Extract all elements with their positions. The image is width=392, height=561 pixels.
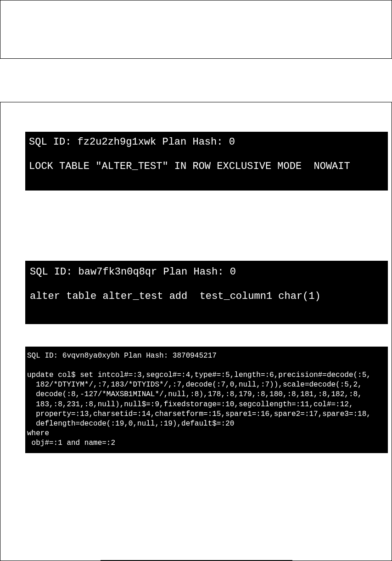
terminal-3-line-1: SQL ID: 6vqvn8ya0xybh Plan Hash: 3870945… xyxy=(27,352,217,360)
terminal-3-line-6: property=:13,charsetid=:14,charsetform=:… xyxy=(27,410,371,418)
terminal-1-line-1: SQL ID: fz2u2zh9g1xwk Plan Hash: 0 xyxy=(29,136,235,148)
terminal-3-line-4: decode(:8,-127/*MAXSB1MINAL*/,null,:8),1… xyxy=(27,390,362,398)
terminal-2-line-2: alter table alter_test add test_column1 … xyxy=(30,291,321,302)
terminal-3-line-8: where xyxy=(27,429,49,438)
top-empty-box xyxy=(0,0,392,59)
main-content-box: SQL ID: fz2u2zh9g1xwk Plan Hash: 0 LOCK … xyxy=(0,102,392,561)
terminal-block-2: SQL ID: baw7fk3n0q8qr Plan Hash: 0 alter… xyxy=(25,261,388,324)
terminal-3-line-9: obj#=:1 and name=:2 xyxy=(27,439,115,447)
terminal-2-line-1: SQL ID: baw7fk3n0q8qr Plan Hash: 0 xyxy=(30,266,236,278)
terminal-3-line-5: 183,:8,231,:8,null),null$=:9,fixedstorag… xyxy=(27,400,353,409)
terminal-3-line-2: update col$ set intcol#=:3,segcol#=:4,ty… xyxy=(27,371,371,379)
bottom-divider xyxy=(101,560,292,561)
terminal-block-1: SQL ID: fz2u2zh9g1xwk Plan Hash: 0 LOCK … xyxy=(25,132,388,191)
terminal-block-3: SQL ID: 6vqvn8ya0xybh Plan Hash: 3870945… xyxy=(25,347,388,453)
terminal-1-line-2: LOCK TABLE "ALTER_TEST" IN ROW EXCLUSIVE… xyxy=(29,161,350,172)
terminal-3-line-7: deflength=decode(:19,0,null,:19),default… xyxy=(27,420,234,428)
terminal-3-line-3: 182/*DTYIYM*/,:7,183/*DTYIDS*/,:7,decode… xyxy=(27,381,362,389)
